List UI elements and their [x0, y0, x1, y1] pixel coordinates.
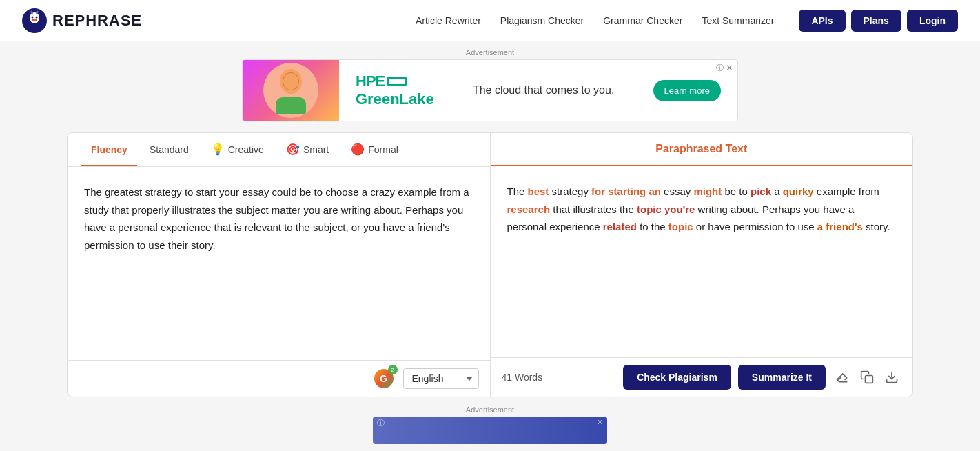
para-seg-related: related: [603, 221, 637, 232]
para-seg-5: a: [771, 186, 783, 197]
para-seg-might: might: [693, 186, 722, 197]
logo-text: REPHRASE: [52, 12, 142, 30]
tab-creative-label: Creative: [228, 144, 264, 155]
para-seg-friends: a friend's: [817, 221, 863, 232]
header: REPHRASE Article Rewriter Plagiarism Che…: [0, 0, 980, 41]
ad-close-icon[interactable]: ✕: [726, 63, 733, 73]
nav-buttons: APIs Plans Login: [799, 10, 958, 32]
nav-plagiarism-checker[interactable]: Plagiarism Checker: [500, 15, 584, 26]
para-seg-for-starting: for starting an: [591, 186, 661, 197]
svg-point-2: [32, 16, 34, 18]
para-seg-9: to the: [637, 221, 668, 232]
bottom-ad-banner: ⓘ ✕: [373, 417, 607, 444]
svg-point-1: [30, 12, 39, 23]
plans-button[interactable]: Plans: [851, 10, 901, 32]
tabs-bar: Fluency Standard 💡 Creative 🎯 Smart 🔴 Fo…: [68, 133, 490, 167]
main-container: Fluency Standard 💡 Creative 🎯 Smart 🔴 Fo…: [56, 132, 924, 397]
svg-rect-4: [32, 19, 37, 21]
summarize-button[interactable]: Summarize It: [738, 365, 826, 390]
ad-hpe-brand: HPE: [356, 72, 434, 90]
language-select[interactable]: English Spanish French German Italian Po…: [403, 368, 479, 389]
ad-hpe-sub: GreenLake: [356, 90, 434, 108]
tab-formal-label: Formal: [368, 144, 398, 155]
right-bottom-bar: 41 Words Check Plagiarism Summarize It: [491, 357, 913, 397]
copy-icon[interactable]: [857, 368, 877, 387]
para-seg-10: or have permission to use: [693, 221, 817, 232]
svg-rect-11: [866, 376, 873, 383]
para-seg-4: be to: [722, 186, 751, 197]
nav-grammar-checker[interactable]: Grammar Checker: [603, 15, 682, 26]
tab-smart-label: Smart: [303, 144, 329, 155]
para-seg-topic-youre: topic you're: [637, 203, 695, 215]
para-seg-pick: pick: [751, 186, 771, 197]
bottom-ad-close-icon[interactable]: ✕: [597, 418, 603, 427]
nav-text-summarizer[interactable]: Text Summarizer: [702, 15, 774, 26]
para-seg-6: example from: [814, 186, 879, 197]
tab-formal[interactable]: 🔴 Formal: [341, 133, 408, 167]
svg-rect-9: [276, 97, 306, 114]
tab-fluency-label: Fluency: [91, 144, 127, 155]
input-text-area[interactable]: The greatest strategy to start your essa…: [68, 167, 490, 360]
action-icons: [833, 368, 901, 387]
svg-point-3: [36, 16, 38, 18]
login-button[interactable]: Login: [907, 10, 958, 32]
paraphrased-text-header: Paraphrased Text: [491, 133, 913, 166]
ad-inner: HPE GreenLake The cloud that comes to yo…: [243, 60, 737, 121]
ad-photo: [243, 59, 339, 121]
tab-creative[interactable]: 💡 Creative: [201, 133, 274, 167]
ad-content: HPE GreenLake The cloud that comes to yo…: [339, 72, 737, 108]
input-text: The greatest strategy to start your essa…: [84, 186, 469, 251]
tab-standard[interactable]: Standard: [140, 134, 198, 166]
word-count: 41 Words: [502, 372, 543, 383]
top-ad-banner: HPE GreenLake The cloud that comes to yo…: [242, 59, 738, 121]
editor-box: Fluency Standard 💡 Creative 🎯 Smart 🔴 Fo…: [67, 132, 913, 397]
language-selector-wrapper: English Spanish French German Italian Po…: [403, 368, 479, 389]
svg-point-10: [283, 73, 298, 90]
ad-learn-more-button[interactable]: Learn more: [653, 80, 721, 101]
main-nav: Article Rewriter Plagiarism Checker Gram…: [416, 10, 958, 32]
tab-standard-label: Standard: [150, 144, 189, 155]
top-ad-label: Advertisement: [0, 48, 980, 57]
check-plagiarism-button[interactable]: Check Plagiarism: [623, 365, 731, 390]
para-seg-2: strategy: [549, 186, 591, 197]
eraser-icon[interactable]: [833, 368, 852, 387]
nav-article-rewriter[interactable]: Article Rewriter: [416, 15, 481, 26]
ad-hpe-logo-group: HPE GreenLake: [356, 72, 434, 108]
apis-button[interactable]: APIs: [799, 10, 845, 32]
para-seg-quirky: quirky: [783, 186, 814, 197]
para-seg-11: story.: [863, 221, 890, 232]
left-bottom-bar: G 2 English Spanish French German Italia…: [68, 360, 490, 397]
paraphrased-text-area: The best strategy for starting an essay …: [491, 166, 913, 357]
download-icon[interactable]: [882, 368, 901, 387]
formal-icon: 🔴: [351, 143, 365, 156]
ad-tagline: The cloud that comes to you.: [473, 84, 614, 97]
para-seg-1: The: [507, 186, 528, 197]
editor-right-panel: Paraphrased Text The best strategy for s…: [491, 133, 913, 397]
bottom-ad-label: Advertisement: [0, 405, 980, 414]
logo-icon: [22, 8, 47, 33]
para-seg-topic: topic: [668, 221, 693, 232]
grammarly-badge: 2: [388, 365, 398, 374]
grammarly-button[interactable]: G 2: [373, 368, 395, 390]
editor-left-panel: Fluency Standard 💡 Creative 🎯 Smart 🔴 Fo…: [68, 133, 491, 397]
para-seg-7: that illustrates the: [550, 203, 637, 215]
tab-smart[interactable]: 🎯 Smart: [276, 133, 338, 167]
smart-icon: 🎯: [286, 143, 300, 156]
bottom-ad-info-icon: ⓘ: [377, 418, 385, 428]
para-seg-best: best: [528, 186, 549, 197]
creative-icon: 💡: [211, 143, 225, 156]
tab-fluency[interactable]: Fluency: [81, 134, 137, 166]
ad-info-icon: ⓘ: [716, 63, 724, 73]
para-seg-3: essay: [661, 186, 694, 197]
ad-person: [263, 63, 318, 118]
para-seg-research: research: [507, 203, 551, 215]
logo[interactable]: REPHRASE: [22, 8, 142, 33]
